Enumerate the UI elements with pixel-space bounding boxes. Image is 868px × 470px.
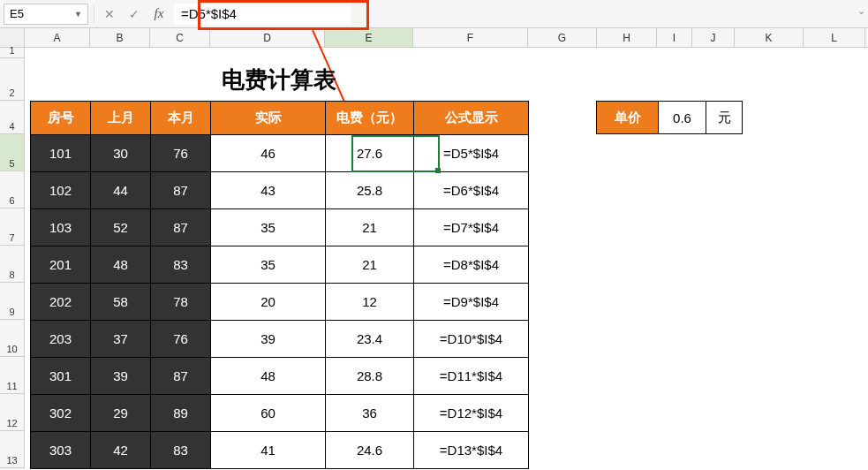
header-fee[interactable]: 电费（元） xyxy=(326,102,414,135)
column-header-H[interactable]: H xyxy=(597,28,657,47)
table-row: 30342834124.6=D13*$I$4 xyxy=(31,432,529,469)
unit-price-value[interactable]: 0.6 xyxy=(659,102,706,133)
table-row: 10244874325.8=D6*$I$4 xyxy=(31,172,529,209)
row-header-7[interactable]: 7 xyxy=(0,208,25,246)
row-header-6[interactable]: 6 xyxy=(0,171,25,208)
cell-actual[interactable]: 41 xyxy=(211,432,326,469)
cell-room[interactable]: 101 xyxy=(31,135,91,172)
name-box[interactable]: E5 ▼ xyxy=(4,4,88,25)
cell-formula[interactable]: =D6*$I$4 xyxy=(414,172,529,209)
column-header-A[interactable]: A xyxy=(25,28,90,47)
cell-room[interactable]: 202 xyxy=(31,284,91,321)
header-actual[interactable]: 实际 xyxy=(211,102,326,135)
cell-actual[interactable]: 39 xyxy=(211,321,326,358)
header-prev[interactable]: 上月 xyxy=(91,102,151,135)
cell-cur[interactable]: 78 xyxy=(151,284,211,321)
header-cur[interactable]: 本月 xyxy=(151,102,211,135)
cell-fee[interactable]: 36 xyxy=(326,395,414,432)
cell-actual[interactable]: 20 xyxy=(211,284,326,321)
cell-cur[interactable]: 87 xyxy=(151,209,211,246)
select-all-corner[interactable] xyxy=(0,28,25,47)
cell-formula[interactable]: =D10*$I$4 xyxy=(414,321,529,358)
row-header-1[interactable]: 1 xyxy=(0,48,25,58)
table-row: 20258782012=D9*$I$4 xyxy=(31,284,529,321)
row-header-10[interactable]: 10 xyxy=(0,320,25,357)
cell-room[interactable]: 203 xyxy=(31,321,91,358)
row-header-12[interactable]: 12 xyxy=(0,394,25,431)
cell-fee[interactable]: 23.4 xyxy=(326,321,414,358)
formula-input[interactable]: =D5*$I$4 xyxy=(174,4,351,25)
row-header-2[interactable]: 2 xyxy=(0,58,25,101)
cell-room[interactable]: 302 xyxy=(31,395,91,432)
cell-cur[interactable]: 76 xyxy=(151,135,211,172)
cell-room[interactable]: 301 xyxy=(31,358,91,395)
row-header-8[interactable]: 8 xyxy=(0,246,25,283)
cell-prev[interactable]: 39 xyxy=(91,358,151,395)
cell-prev[interactable]: 30 xyxy=(91,135,151,172)
cell-prev[interactable]: 48 xyxy=(91,246,151,284)
cells[interactable]: 电费计算表 房号 上月 本月 实际 电费（元） 公式显示 10130764627… xyxy=(25,48,868,470)
cell-room[interactable]: 102 xyxy=(31,172,91,209)
cell-cur[interactable]: 83 xyxy=(151,246,211,284)
cell-room[interactable]: 303 xyxy=(31,432,91,469)
chevron-down-icon[interactable]: ▼ xyxy=(74,10,82,19)
cell-cur[interactable]: 83 xyxy=(151,432,211,469)
cell-actual[interactable]: 35 xyxy=(211,209,326,246)
column-header-G[interactable]: G xyxy=(528,28,597,47)
column-header-D[interactable]: D xyxy=(210,28,325,47)
cell-room[interactable]: 201 xyxy=(31,246,91,284)
cell-prev[interactable]: 42 xyxy=(91,432,151,469)
cell-fee[interactable]: 25.8 xyxy=(326,172,414,209)
cell-cur[interactable]: 76 xyxy=(151,321,211,358)
cell-cur[interactable]: 87 xyxy=(151,172,211,209)
cell-actual[interactable]: 35 xyxy=(211,246,326,284)
header-room[interactable]: 房号 xyxy=(31,102,91,135)
cell-prev[interactable]: 58 xyxy=(91,284,151,321)
row-header-11[interactable]: 11 xyxy=(0,357,25,394)
cell-fee[interactable]: 21 xyxy=(326,209,414,246)
row-header-5[interactable]: 5 xyxy=(0,134,25,171)
cell-fee[interactable]: 28.8 xyxy=(326,358,414,395)
column-header-J[interactable]: J xyxy=(692,28,735,47)
unit-price-label[interactable]: 单价 xyxy=(597,102,659,133)
row-header-13[interactable]: 13 xyxy=(0,431,25,468)
column-header-F[interactable]: F xyxy=(413,28,528,47)
cell-formula[interactable]: =D11*$I$4 xyxy=(414,358,529,395)
column-header-E[interactable]: E xyxy=(325,28,413,47)
cell-actual[interactable]: 60 xyxy=(211,395,326,432)
cell-formula[interactable]: =D8*$I$4 xyxy=(414,246,529,284)
cell-fee[interactable]: 27.6 xyxy=(326,135,414,172)
column-header-L[interactable]: L xyxy=(804,28,865,47)
row-header-9[interactable]: 9 xyxy=(0,283,25,320)
header-formula[interactable]: 公式显示 xyxy=(414,102,529,135)
cell-formula[interactable]: =D5*$I$4 xyxy=(414,135,529,172)
cell-prev[interactable]: 29 xyxy=(91,395,151,432)
expand-formula-bar-icon[interactable]: ⌄ xyxy=(857,5,868,23)
cell-cur[interactable]: 87 xyxy=(151,358,211,395)
cell-room[interactable]: 103 xyxy=(31,209,91,246)
cell-prev[interactable]: 37 xyxy=(91,321,151,358)
grid-area: 1245678910111213 电费计算表 房号 上月 本月 实际 电费（元）… xyxy=(0,48,868,470)
row-header-4[interactable]: 4 xyxy=(0,101,25,134)
unit-price-unit[interactable]: 元 xyxy=(706,102,742,133)
cell-fee[interactable]: 24.6 xyxy=(326,432,414,469)
column-header-I[interactable]: I xyxy=(657,28,692,47)
fx-button[interactable]: fx xyxy=(149,4,169,24)
column-header-C[interactable]: C xyxy=(150,28,210,47)
cell-fee[interactable]: 12 xyxy=(326,284,414,321)
cell-fee[interactable]: 21 xyxy=(326,246,414,284)
cell-formula[interactable]: =D13*$I$4 xyxy=(414,432,529,469)
cell-prev[interactable]: 52 xyxy=(91,209,151,246)
cell-prev[interactable]: 44 xyxy=(91,172,151,209)
cell-actual[interactable]: 46 xyxy=(211,135,326,172)
cell-cur[interactable]: 89 xyxy=(151,395,211,432)
cell-actual[interactable]: 48 xyxy=(211,358,326,395)
cell-actual[interactable]: 43 xyxy=(211,172,326,209)
cell-formula[interactable]: =D9*$I$4 xyxy=(414,284,529,321)
cell-formula[interactable]: =D12*$I$4 xyxy=(414,395,529,432)
cancel-formula-button[interactable]: ✕ xyxy=(100,4,119,24)
accept-formula-button[interactable]: ✓ xyxy=(125,4,144,24)
column-header-K[interactable]: K xyxy=(735,28,804,47)
cell-formula[interactable]: =D7*$I$4 xyxy=(414,209,529,246)
column-header-B[interactable]: B xyxy=(90,28,150,47)
